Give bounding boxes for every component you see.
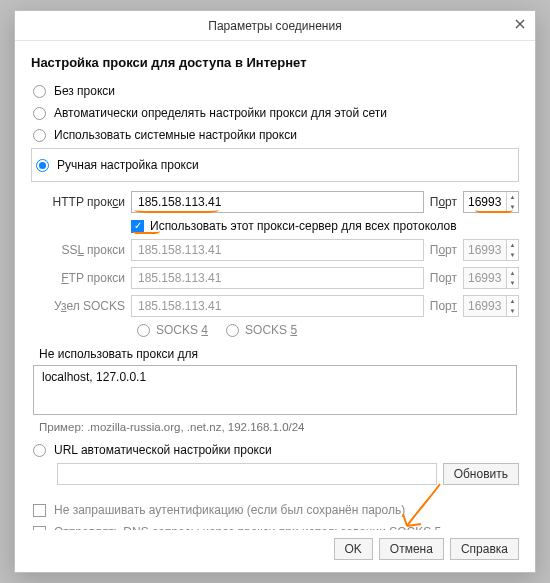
cancel-button[interactable]: Отмена xyxy=(379,538,444,560)
socks-proxy-row: Узел SOCKS Порт ▲▼ xyxy=(31,292,519,320)
dialog-title: Параметры соединения xyxy=(208,19,341,33)
ok-button[interactable]: OK xyxy=(334,538,373,560)
noproxy-label: Не использовать прокси для xyxy=(31,343,519,365)
socks-proxy-label: Узел SOCKS xyxy=(35,299,125,313)
spinner-icon: ▲▼ xyxy=(506,240,518,260)
ssl-proxy-label: SSL прокси xyxy=(35,243,125,257)
reload-button[interactable]: Обновить xyxy=(443,463,519,485)
noproxy-example: Пример: .mozilla-russia.org, .net.nz, 19… xyxy=(31,421,519,439)
port-label: Порт xyxy=(430,271,457,285)
ssl-proxy-host-input xyxy=(131,239,424,261)
http-proxy-label: HTTP прокси xyxy=(35,195,125,209)
auto-config-url-row: Обновить xyxy=(31,461,519,489)
spinner-icon: ▲▼ xyxy=(506,296,518,316)
socks-version-row: SOCKS 4 SOCKS 5 xyxy=(31,320,519,343)
port-label: Порт xyxy=(430,243,457,257)
checkbox-no-auth-prompt[interactable]: Не запрашивать аутентификацию (если был … xyxy=(31,499,519,521)
ftp-proxy-row: FTP прокси Порт ▲▼ xyxy=(31,264,519,292)
dialog-titlebar: Параметры соединения xyxy=(15,11,535,41)
section-heading: Настройка прокси для доступа в Интернет xyxy=(31,55,519,70)
auto-config-url-input xyxy=(57,463,437,485)
radio-icon xyxy=(36,159,49,172)
noproxy-textarea[interactable]: localhost, 127.0.0.1 xyxy=(33,365,517,415)
manual-proxy-group: Ручная настройка прокси xyxy=(31,148,519,182)
ssl-port-stepper: ▲▼ xyxy=(463,239,519,261)
use-for-all-row[interactable]: ✓ Использовать этот прокси-сервер для вс… xyxy=(31,216,519,236)
ftp-proxy-host-input xyxy=(131,267,424,289)
dialog-footer: OK Отмена Справка xyxy=(15,530,535,572)
radio-socks4: SOCKS 4 xyxy=(137,323,208,337)
spinner-icon[interactable]: ▲▼ xyxy=(506,192,518,212)
radio-icon xyxy=(137,324,150,337)
checkbox-icon xyxy=(33,504,46,517)
help-button[interactable]: Справка xyxy=(450,538,519,560)
radio-icon xyxy=(33,85,46,98)
radio-icon xyxy=(33,444,46,457)
http-port-stepper[interactable]: ▲▼ xyxy=(463,191,519,213)
checkbox-icon: ✓ xyxy=(131,220,144,233)
proxy-fields: HTTP прокси Порт ▲▼ ✓ Использовать этот … xyxy=(31,188,519,343)
checkbox-dns-over-socks5[interactable]: Отправлять DNS-запросы через прокси при … xyxy=(31,521,519,530)
port-label: Порт xyxy=(430,195,457,209)
ftp-proxy-label: FTP прокси xyxy=(35,271,125,285)
radio-manual-proxy[interactable]: Ручная настройка прокси xyxy=(36,154,512,176)
port-label: Порт xyxy=(430,299,457,313)
radio-icon xyxy=(33,107,46,120)
radio-auto-config-url[interactable]: URL автоматической настройки прокси xyxy=(31,439,519,461)
ssl-proxy-row: SSL прокси Порт ▲▼ xyxy=(31,236,519,264)
radio-auto-detect[interactable]: Автоматически определять настройки прокс… xyxy=(31,102,519,124)
socks-port-stepper: ▲▼ xyxy=(463,295,519,317)
radio-socks5: SOCKS 5 xyxy=(226,323,297,337)
radio-no-proxy[interactable]: Без прокси xyxy=(31,80,519,102)
ftp-port-stepper: ▲▼ xyxy=(463,267,519,289)
close-icon[interactable] xyxy=(511,15,529,33)
http-proxy-host-input[interactable] xyxy=(131,191,424,213)
radio-system-proxy[interactable]: Использовать системные настройки прокси xyxy=(31,124,519,146)
connection-settings-dialog: Параметры соединения Настройка прокси дл… xyxy=(14,10,536,573)
radio-icon xyxy=(33,129,46,142)
http-proxy-row: HTTP прокси Порт ▲▼ xyxy=(31,188,519,216)
spinner-icon: ▲▼ xyxy=(506,268,518,288)
radio-icon xyxy=(226,324,239,337)
socks-proxy-host-input xyxy=(131,295,424,317)
